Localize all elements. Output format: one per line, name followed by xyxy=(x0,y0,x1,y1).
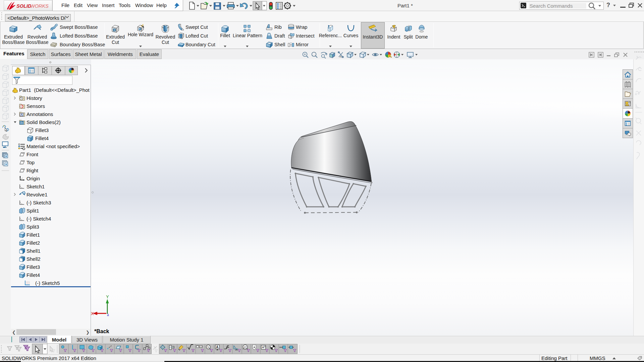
svg-text:N: N xyxy=(207,346,209,349)
svg-text:0.3: 0.3 xyxy=(200,346,203,348)
svg-text:AT: AT xyxy=(244,346,247,348)
svg-text:WORKS: WORKS xyxy=(30,3,49,9)
svg-text:A: A xyxy=(216,345,218,349)
svg-text:X: X xyxy=(91,311,94,316)
svg-text:Y: Y xyxy=(106,294,109,299)
svg-text:A: A xyxy=(262,346,264,349)
svg-text:A: A xyxy=(340,55,342,58)
svg-text:SOLID: SOLID xyxy=(16,3,32,9)
svg-text:A: A xyxy=(20,113,23,116)
